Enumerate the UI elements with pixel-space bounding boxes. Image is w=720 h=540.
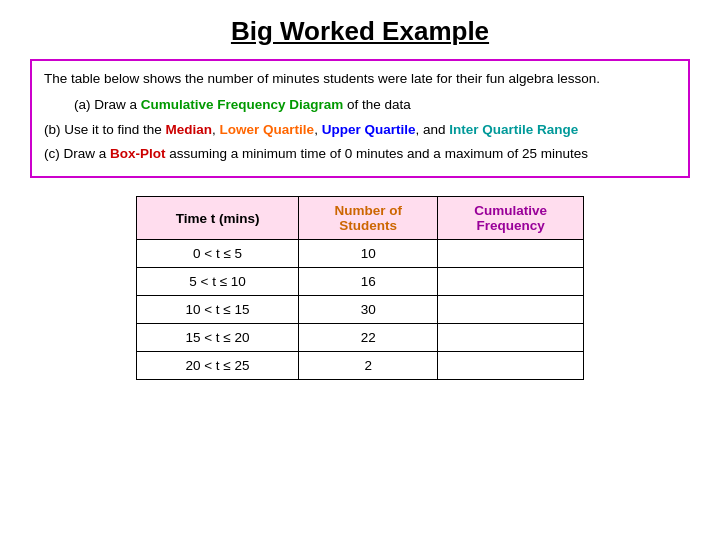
part-b-prefix: (b) Use it to find the: [44, 122, 166, 137]
part-b-iqr: Inter Quartile Range: [449, 122, 578, 137]
part-b-median: Median: [166, 122, 213, 137]
table-row: 10 < t ≤ 1530: [136, 296, 584, 324]
page: Big Worked Example The table below shows…: [0, 0, 720, 540]
part-a-suffix: of the data: [343, 97, 411, 112]
cumfreq-cell-0: [437, 240, 583, 268]
part-b-and: , and: [415, 122, 449, 137]
part-a: (a) Draw a Cumulative Frequency Diagram …: [44, 95, 676, 115]
part-b-comma1: ,: [212, 122, 220, 137]
col-students-header: Number of Students: [299, 197, 438, 240]
col-cumfreq-header: Cumulative Frequency: [437, 197, 583, 240]
cumfreq-cell-1: [437, 268, 583, 296]
data-table: Time t (mins) Number of Students Cumulat…: [136, 196, 585, 380]
col-students-line1: Number of: [334, 203, 402, 218]
table-header-row: Time t (mins) Number of Students Cumulat…: [136, 197, 584, 240]
table-row: 20 < t ≤ 252: [136, 352, 584, 380]
part-a-green: Cumulative Frequency Diagram: [141, 97, 344, 112]
intro-line1: The table below shows the number of minu…: [44, 69, 676, 89]
page-title: Big Worked Example: [231, 16, 489, 47]
col-students-line2: Students: [339, 218, 397, 233]
time-cell-4: 20 < t ≤ 25: [136, 352, 299, 380]
col-cumfreq-line2: Frequency: [477, 218, 545, 233]
table-container: Time t (mins) Number of Students Cumulat…: [30, 196, 690, 380]
table-row: 5 < t ≤ 1016: [136, 268, 584, 296]
part-c-suffix: assuming a minimum time of 0 minutes and…: [166, 146, 588, 161]
part-b-uq: Upper Quartile: [322, 122, 416, 137]
col-time-header: Time t (mins): [136, 197, 299, 240]
part-c-boxplot: Box-Plot: [110, 146, 166, 161]
part-b-lq: Lower Quartile: [220, 122, 315, 137]
table-row: 0 < t ≤ 510: [136, 240, 584, 268]
time-cell-1: 5 < t ≤ 10: [136, 268, 299, 296]
time-cell-0: 0 < t ≤ 5: [136, 240, 299, 268]
table-row: 15 < t ≤ 2022: [136, 324, 584, 352]
part-a-prefix: (a) Draw a: [74, 97, 141, 112]
students-cell-0: 10: [299, 240, 438, 268]
time-cell-2: 10 < t ≤ 15: [136, 296, 299, 324]
col-cumfreq-line1: Cumulative: [474, 203, 547, 218]
part-b: (b) Use it to find the Median, Lower Qua…: [44, 120, 676, 140]
cumfreq-cell-3: [437, 324, 583, 352]
col-time-label: Time t (mins): [176, 211, 260, 226]
students-cell-1: 16: [299, 268, 438, 296]
students-cell-2: 30: [299, 296, 438, 324]
intro-box: The table below shows the number of minu…: [30, 59, 690, 178]
students-cell-4: 2: [299, 352, 438, 380]
part-c-prefix: (c) Draw a: [44, 146, 110, 161]
table-body: 0 < t ≤ 5105 < t ≤ 101610 < t ≤ 153015 <…: [136, 240, 584, 380]
students-cell-3: 22: [299, 324, 438, 352]
time-cell-3: 15 < t ≤ 20: [136, 324, 299, 352]
part-c: (c) Draw a Box-Plot assuming a minimum t…: [44, 144, 676, 164]
part-b-comma2: ,: [314, 122, 322, 137]
cumfreq-cell-2: [437, 296, 583, 324]
cumfreq-cell-4: [437, 352, 583, 380]
